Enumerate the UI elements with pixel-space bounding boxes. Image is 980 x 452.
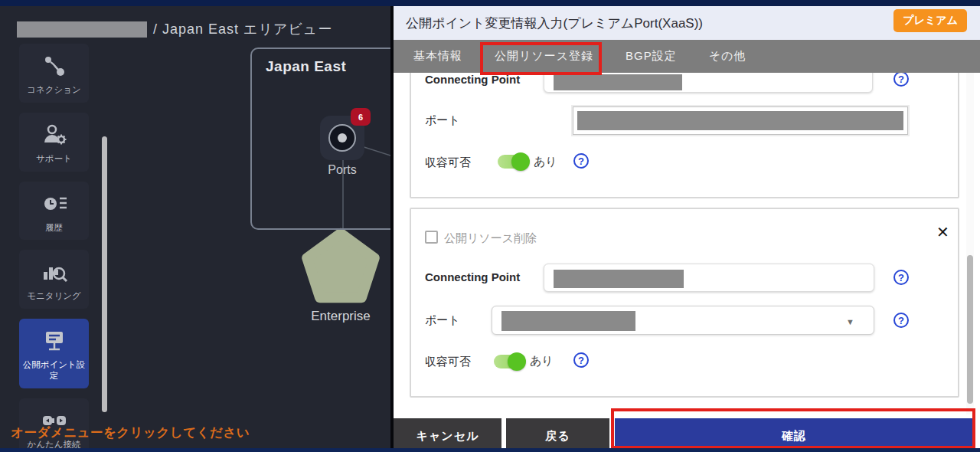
top-window-strip (0, 0, 980, 6)
panel-header: 公開ポイント変更情報入力(プレミアムPort(XaaS)) プレミアム (394, 6, 980, 40)
sidebar-item-public-point-settings[interactable]: 公開ポイント設定 (19, 319, 89, 388)
redacted-value (501, 311, 635, 331)
sidebar-item-connection[interactable]: コネクション (19, 44, 89, 103)
tab-bgp-settings[interactable]: BGP設定 (613, 49, 689, 64)
enterprise-label: Enterprise (287, 309, 394, 324)
ports-count-badge: 6 (351, 108, 371, 126)
capacity-toggle[interactable] (498, 155, 528, 169)
sidebar-item-label: コネクション (27, 85, 81, 96)
ports-node[interactable]: 6 (320, 116, 364, 160)
panel-title: 公開ポイント変更情報入力(プレミアムPort(XaaS)) (406, 15, 703, 32)
capacity-label: 収容可否 (425, 156, 471, 170)
cancel-button[interactable]: キャンセル (394, 418, 501, 452)
port-field-1[interactable] (573, 106, 908, 135)
port-icon (328, 124, 356, 152)
port-select[interactable]: ▼ (492, 306, 874, 335)
tab-others[interactable]: その他 (697, 49, 759, 64)
help-icon[interactable]: ? (573, 352, 589, 368)
delete-resource-label: 公開リソース削除 (444, 231, 537, 246)
screen: / Japan East エリアビュー Japan East 6 Ports E… (0, 0, 980, 452)
connecting-point-label: Connecting Point (425, 270, 520, 283)
connecting-point-input-1[interactable] (544, 73, 873, 93)
panel-scrollbar-thumb[interactable] (967, 255, 973, 404)
connection-icon (41, 53, 68, 79)
enterprise-pentagon[interactable] (307, 234, 374, 297)
sidebar-item-label: モニタリング (27, 291, 81, 302)
sidebar-item-label: 履歴 (45, 223, 63, 234)
help-icon[interactable]: ? (893, 313, 909, 328)
sidebar-item-history[interactable]: 履歴 (19, 182, 89, 241)
connecting-point-input-2[interactable] (544, 264, 874, 292)
bottom-window-strip (0, 448, 980, 452)
redacted-value (577, 111, 903, 130)
form-footer: キャンセル 戻る 確認 (394, 414, 980, 452)
help-icon[interactable]: ? (893, 270, 909, 285)
public-point-icon (41, 328, 68, 354)
redacted-tenant-name (17, 21, 147, 38)
order-menu-sidebar: コネクション サポート (19, 44, 89, 448)
resource-card-2: 公開リソース削除 ✕ Connecting Point ? ポート ▼ ? 収容… (410, 208, 959, 398)
breadcrumb-text: / Japan East エリアビュー (153, 20, 332, 38)
area-view-canvas[interactable]: / Japan East エリアビュー Japan East 6 Ports E… (0, 6, 394, 448)
port-label: ポート (425, 113, 460, 128)
tab-public-resource-registration[interactable]: 公開リソース登録 (482, 49, 606, 64)
monitoring-icon (41, 259, 68, 285)
form-content: Connecting Point ポート 収容可否 あり ? ? 公開リソ (394, 73, 980, 414)
redacted-value (554, 74, 682, 90)
delete-resource-checkbox[interactable] (425, 231, 438, 244)
capacity-value: あり (534, 155, 557, 169)
tab-basic-info[interactable]: 基本情報 (401, 49, 475, 64)
public-point-form-panel: 公開ポイント変更情報入力(プレミアムPort(XaaS)) プレミアム 基本情報… (394, 6, 980, 448)
chevron-down-icon: ▼ (846, 317, 854, 326)
help-icon[interactable]: ? (573, 153, 589, 169)
form-tabbar: 基本情報 公開リソース登録 BGP設定 その他 (394, 40, 980, 73)
connecting-point-label: Connecting Point (425, 73, 520, 86)
breadcrumb: / Japan East エリアビュー (17, 20, 332, 38)
capacity-toggle[interactable] (494, 355, 524, 368)
region-title: Japan East (266, 58, 346, 75)
back-button[interactable]: 戻る (506, 418, 609, 452)
close-icon[interactable]: ✕ (936, 224, 949, 240)
capacity-label: 収容可否 (425, 355, 471, 369)
sidebar-scrollbar[interactable] (102, 136, 107, 412)
sidebar-item-monitoring[interactable]: モニタリング (19, 250, 89, 309)
sidebar-item-label: サポート (36, 154, 72, 165)
order-menu-hint: オーダメニューをクリックしてください (11, 424, 250, 441)
sidebar-item-support[interactable]: サポート (19, 113, 89, 172)
port-label: ポート (425, 313, 460, 328)
sidebar-item-label: 公開ポイント設定 (21, 360, 87, 382)
ports-label: Ports (305, 163, 380, 177)
capacity-value: あり (530, 354, 554, 368)
redacted-value (554, 270, 684, 288)
premium-badge: プレミアム (893, 9, 967, 32)
support-icon (41, 122, 68, 148)
history-icon (41, 191, 68, 217)
confirm-button[interactable]: 確認 (615, 418, 973, 452)
